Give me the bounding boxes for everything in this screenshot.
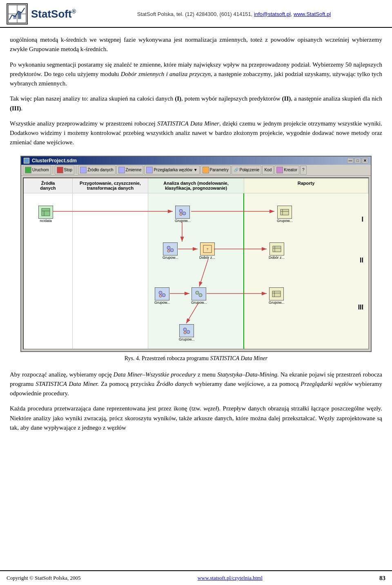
col-header-3: Analiza danych (modelowanie,klasyfikacja…: [148, 178, 244, 193]
ncidata-label: ncidata: [40, 219, 51, 223]
node-grupow-III-col3a[interactable]: Grupow...: [154, 287, 170, 305]
website-link[interactable]: www.StatSoft.pl: [294, 11, 331, 17]
grupow-III-col3a-icon: [155, 287, 169, 300]
zmienne-icon: [118, 167, 125, 173]
svg-rect-27: [272, 291, 281, 297]
svg-point-26: [199, 294, 202, 297]
parametry-label: Parametry: [210, 168, 229, 172]
menu-parametry[interactable]: Parametry: [200, 166, 231, 175]
node-grupow-I-col3[interactable]: Grupow...: [175, 206, 191, 223]
page-footer: Copyright © StatSoft Polska, 2005 www.st…: [0, 570, 392, 585]
page-number: 83: [379, 575, 385, 582]
grupow-II-col3a-icon: [163, 242, 178, 256]
svg-point-25: [196, 291, 199, 294]
sdm-menubar: Uruchom Stop Źródło danych Zmienne: [21, 165, 371, 176]
copyright-text: Copyright © StatSoft Polska, 2005: [7, 575, 80, 581]
menu-stop[interactable]: Stop: [55, 166, 75, 175]
menu-zmienne[interactable]: Zmienne: [116, 166, 144, 175]
row-label-I: I: [362, 216, 363, 223]
menu-uruchom[interactable]: Uruchom: [23, 166, 51, 175]
svg-rect-11: [281, 209, 289, 215]
grupow-I-col3-icon: [175, 206, 190, 219]
paragraph-2: Po wykonaniu segmentacji postaramy się z…: [10, 60, 382, 89]
kod-label: Kod: [264, 168, 272, 172]
col-header-1: Źródładanych: [24, 178, 73, 193]
stop-label: Stop: [64, 168, 73, 172]
svg-text:?: ?: [206, 247, 208, 251]
p4-text1: Wszystkie analizy przeprowadzimy w przes…: [10, 120, 157, 127]
svg-rect-5: [42, 208, 50, 216]
main-content: uogólnioną metodą k-średnich we wstępnej…: [0, 28, 392, 471]
para1-text: uogólnioną metodą k-średnich we wstępnej…: [10, 36, 382, 52]
paragraph-6: Każda procedura przetwarzająca dane repr…: [10, 404, 382, 433]
sdm-titlebar-buttons[interactable]: — □ ✕: [347, 158, 368, 164]
ncidata-icon: [38, 206, 53, 219]
col-bg-2: [73, 193, 148, 349]
zmienne-label: Zmienne: [126, 168, 142, 172]
menu-przegladarka[interactable]: Przeglądarka węzłów ▼: [144, 166, 199, 175]
toolbar-sep-1: [53, 166, 53, 174]
sdm-close-btn[interactable]: ✕: [362, 158, 368, 164]
svg-point-10: [180, 213, 182, 215]
menu-kod[interactable]: Kod: [262, 166, 274, 175]
menu-help[interactable]: ?: [300, 166, 307, 175]
dobor-II-col3-icon: ?: [200, 242, 215, 256]
contact-text: StatSoft Polska, tel. (12) 4284300, (601…: [137, 11, 253, 17]
menu-polaczenie[interactable]: 🔗 Połączenie: [232, 166, 262, 175]
sdm-maximize-btn[interactable]: □: [354, 158, 361, 164]
parametry-icon: [203, 167, 209, 173]
svg-point-23: [162, 294, 165, 297]
grupow-I-col4-icon: [277, 206, 292, 219]
grupow-I-col4-label: Grupow...: [277, 219, 293, 223]
stop-icon: [57, 167, 63, 173]
zrodlo-icon: [80, 167, 87, 173]
grupow-III-col3c-label: Grupow...: [179, 337, 195, 341]
sdm-col-headers: Źródładanych Przygotowanie, czyszczenie,…: [24, 178, 368, 193]
paragraph-5: Aby rozpocząć analizę, wybieramy opcję D…: [10, 370, 382, 399]
node-dobor-II-col3[interactable]: ? Dobór z...: [199, 242, 215, 260]
svg-point-24: [159, 295, 162, 297]
grupow-III-col4-icon: [269, 287, 284, 300]
grupow-I-col3-label: Grupow...: [175, 219, 191, 223]
svg-point-31: [187, 330, 190, 334]
menu-zrodlo[interactable]: Źródło danych: [78, 166, 115, 175]
help-label: ?: [302, 168, 305, 172]
row-label-II: II: [360, 257, 363, 264]
caption-rys: Rys. 4. Przestrzeń robocza programu: [125, 355, 210, 361]
node-grupow-III-col4[interactable]: Grupow...: [269, 287, 285, 305]
grupow-II-col3a-label: Grupow...: [163, 256, 178, 260]
dobor-II-col3-label: Dobór z...: [199, 256, 215, 260]
zrodlo-label: Źródło danych: [87, 168, 113, 172]
email-link[interactable]: info@statsoft.pl: [254, 11, 291, 17]
sdm-workflow: I II III ncidata: [24, 193, 368, 349]
sdm-minimize-btn[interactable]: —: [347, 158, 354, 164]
node-dobor-II-col4[interactable]: Dobór z...: [269, 242, 285, 260]
svg-point-16: [167, 250, 170, 252]
node-grupow-III-col3c[interactable]: Grupow...: [179, 324, 195, 341]
svg-point-32: [184, 332, 186, 334]
col-header-4: Raporty: [244, 178, 368, 193]
figure-caption: Rys. 4. Przestrzeń robocza programu STAT…: [20, 355, 372, 362]
node-ncidata[interactable]: ncidata: [38, 206, 53, 223]
figure-container: ClusterProject.sdm — □ ✕ Uruchom Stop: [20, 156, 372, 362]
col-header-2: Przygotowanie, czyszczenie,transformacja…: [73, 178, 148, 193]
logo-box: [7, 3, 28, 25]
sdm-window-icon: [24, 158, 29, 164]
col-bg-4: [244, 193, 368, 349]
svg-point-9: [183, 212, 186, 215]
menu-kreator[interactable]: Kreator: [274, 166, 299, 175]
node-grupow-II-col3a[interactable]: Grupow...: [163, 242, 178, 260]
paragraph-1: uogólnioną metodą k-średnich we wstępnej…: [10, 35, 382, 54]
node-grupow-III-col3b[interactable]: Grupow...: [191, 287, 207, 305]
svg-point-22: [159, 291, 162, 294]
uruchom-icon: [25, 167, 31, 173]
toolbar-sep-2: [76, 166, 76, 174]
uruchom-label: Uruchom: [32, 168, 49, 172]
logo-container: StatSoft®: [7, 3, 76, 25]
footer-website-link[interactable]: www.statsoft.pl/czytelnia.html: [198, 575, 263, 581]
page-header: StatSoft® StatSoft Polska, tel. (12) 428…: [0, 0, 392, 28]
paragraph-4: Wszystkie analizy przeprowadzimy w przes…: [10, 119, 382, 148]
dobor-II-col4-label: Dobór z...: [269, 256, 285, 260]
node-grupow-I-col4[interactable]: Grupow...: [277, 206, 293, 223]
dobor-II-col4-icon: [270, 242, 284, 256]
